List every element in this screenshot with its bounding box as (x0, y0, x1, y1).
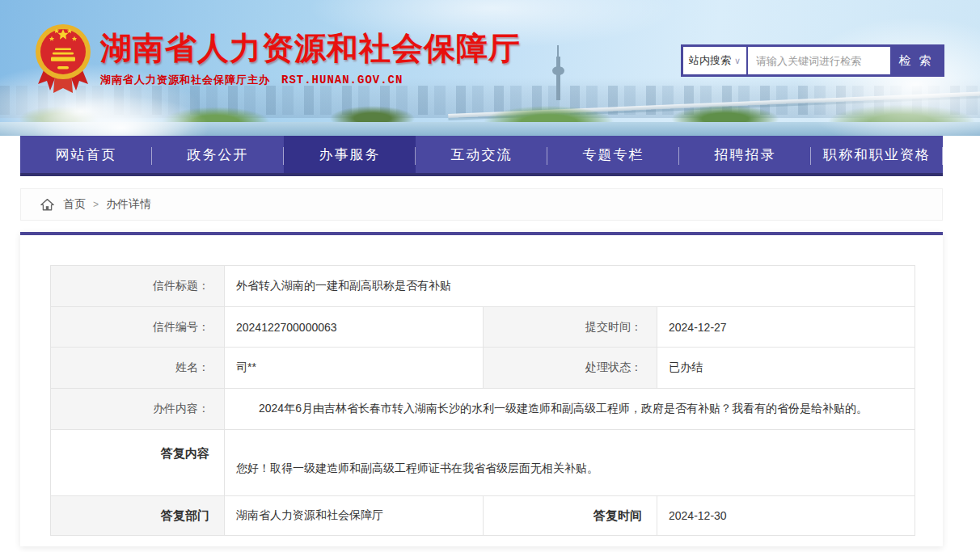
nav-item-services[interactable]: 办事服务 (284, 136, 416, 173)
table-row: 答复内容 您好！取得一级建造师和副高级工程师证书在我省省级层面无相关补贴。 (51, 430, 915, 496)
letter-number-value: 2024122700000063 (225, 307, 484, 348)
table-row: 答复部门 湖南省人力资源和社会保障厅 答复时间 2024-12-30 (51, 496, 915, 536)
site-search-bar: 站内搜索 ∨ 检 索 (681, 44, 944, 77)
search-scope-select[interactable]: 站内搜索 ∨ (683, 47, 746, 74)
search-scope-label: 站内搜索 (689, 53, 731, 68)
reply-time-label: 答复时间 (484, 496, 657, 536)
search-button[interactable]: 检 索 (890, 47, 942, 74)
letter-number-label: 信件编号： (51, 307, 225, 348)
site-banner: 湖南省人力资源和社会保障厅 湖南省人力资源和社会保障厅主办RST.HUNAN.G… (0, 0, 980, 136)
name-value: 司** (225, 348, 484, 389)
nav-item-titles-qualifications[interactable]: 职称和职业资格 (811, 136, 943, 173)
site-subtitle: 湖南省人力资源和社会保障厅主办RST.HUNAN.GOV.CN (100, 73, 521, 87)
nav-item-gov-info[interactable]: 政务公开 (152, 136, 284, 173)
nav-item-home[interactable]: 网站首页 (20, 136, 152, 173)
nav-item-interaction[interactable]: 互动交流 (416, 136, 547, 173)
site-sponsor-text: 湖南省人力资源和社会保障厅主办 (100, 74, 270, 86)
status-badge: 已办结 (657, 348, 915, 389)
reply-content-value: 您好！取得一级建造师和副高级工程师证书在我省省级层面无相关补贴。 (225, 430, 915, 496)
breadcrumb-current: 办件详情 (106, 197, 151, 212)
reply-dept-value: 湖南省人力资源和社会保障厅 (225, 496, 484, 536)
cloud-decoration (32, 95, 210, 136)
breadcrumb: 首页 > 办件详情 (20, 188, 943, 221)
reply-dept-label: 答复部门 (51, 496, 225, 536)
detail-table: 信件标题： 外省转入湖南的一建和副高职称是否有补贴 信件编号： 20241227… (50, 265, 915, 536)
site-title: 湖南省人力资源和社会保障厅 (100, 31, 521, 67)
content-value: 2024年6月由吉林省长春市转入湖南长沙的水利一级建造师和副高级工程师，政府是否… (225, 389, 915, 430)
name-label: 姓名： (51, 348, 225, 389)
site-identity: 湖南省人力资源和社会保障厅 湖南省人力资源和社会保障厅主办RST.HUNAN.G… (100, 31, 521, 87)
search-input[interactable] (748, 47, 890, 74)
home-icon (40, 198, 54, 211)
table-row: 信件标题： 外省转入湖南的一建和副高职称是否有补贴 (51, 266, 915, 307)
content-label: 办件内容： (51, 389, 225, 430)
breadcrumb-home-link[interactable]: 首页 (63, 197, 86, 212)
breadcrumb-separator: > (93, 199, 99, 210)
nav-item-recruitment[interactable]: 招聘招录 (679, 136, 811, 173)
tv-tower (556, 57, 560, 100)
table-row: 办件内容： 2024年6月由吉林省长春市转入湖南长沙的水利一级建造师和副高级工程… (51, 389, 915, 430)
table-row: 信件编号： 2024122700000063 提交时间： 2024-12-27 (51, 307, 915, 348)
reply-content-label: 答复内容 (51, 430, 225, 496)
detail-panel: 信件标题： 外省转入湖南的一建和副高职称是否有补贴 信件编号： 20241227… (20, 232, 943, 546)
chevron-down-icon: ∨ (734, 56, 741, 66)
table-row: 姓名： 司** 处理状态： 已办结 (51, 348, 915, 389)
status-label: 处理状态： (484, 348, 657, 389)
nav-item-special-topics[interactable]: 专题专栏 (547, 136, 679, 173)
letter-title-label: 信件标题： (51, 266, 225, 307)
letter-title-value: 外省转入湖南的一建和副高职称是否有补贴 (225, 266, 915, 307)
reply-time-value: 2024-12-30 (657, 496, 915, 536)
site-domain-text: RST.HUNAN.GOV.CN (281, 74, 403, 86)
submit-time-label: 提交时间： (484, 307, 657, 348)
national-emblem-logo (34, 21, 92, 100)
main-nav: 网站首页 政务公开 办事服务 互动交流 专题专栏 招聘招录 职称和职业资格 (20, 136, 943, 176)
submit-time-value: 2024-12-27 (657, 307, 915, 348)
